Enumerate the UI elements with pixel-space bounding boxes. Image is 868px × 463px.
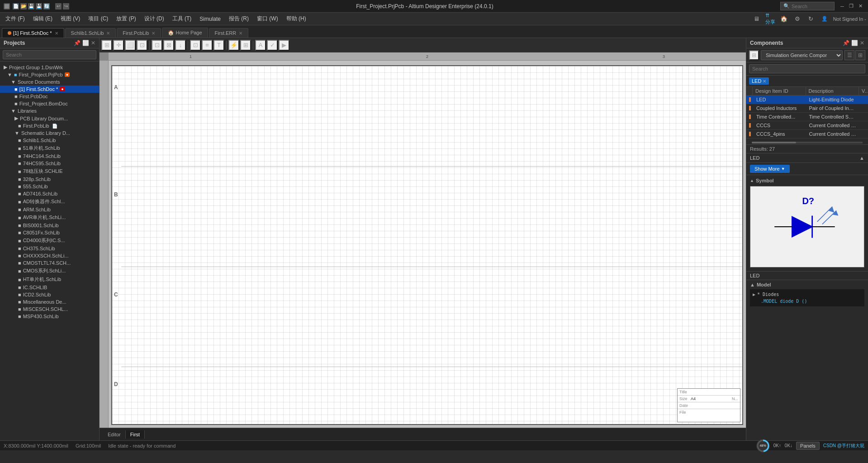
tree-libraries[interactable]: ▼ Libraries	[0, 107, 99, 115]
comp-row-cccs4[interactable]: CCCS_4pins Current Controlled C...	[746, 130, 868, 138]
tree-lib-chxxx[interactable]: ■CHXXXSCH.SchLi...	[0, 252, 99, 259]
select-rect-button[interactable]: ⬜	[125, 40, 136, 51]
monitor-icon[interactable]: 🖥	[752, 14, 762, 24]
tree-first-pcblib[interactable]: ■ First.PcbLib 📄	[0, 122, 99, 129]
tab-close-icon[interactable]: ✕	[55, 31, 58, 36]
tree-lib-misc[interactable]: ■Miscellaneous De...	[0, 298, 99, 305]
menu-design[interactable]: 设计 (D)	[141, 14, 168, 24]
tree-pcb-library[interactable]: ▶ PCB Library Docum...	[0, 115, 99, 122]
tree-lib-ch375[interactable]: ■CH375.SchLib	[0, 245, 99, 252]
icon-refresh[interactable]: 🔄	[43, 3, 50, 10]
symbol-section-header[interactable]: ▲ Symbol	[750, 177, 864, 184]
menu-view[interactable]: 视图 (V)	[57, 14, 84, 24]
menu-tools[interactable]: 工具 (T)	[169, 14, 195, 24]
tree-lib-ht[interactable]: ■HT单片机.SchLib	[0, 275, 99, 284]
model-expand-icon[interactable]: ▶	[753, 292, 755, 297]
menu-help[interactable]: 帮助 (H)	[283, 14, 310, 24]
net-button[interactable]: ⊡	[190, 40, 201, 51]
tree-lib-cmos[interactable]: ■CMOS系列.SchLi...	[0, 267, 99, 275]
icon-undo[interactable]: ↩	[55, 3, 62, 10]
tree-project-group[interactable]: ▶ Project Group 1.DsnWrk	[0, 63, 99, 71]
icon-redo[interactable]: ↪	[63, 3, 69, 10]
cross-tool-button[interactable]: ✛	[113, 40, 124, 51]
projects-search-bar[interactable]	[0, 48, 99, 62]
power-button[interactable]: ⚡	[228, 40, 239, 51]
not-signed-label[interactable]: Not Signed In -	[833, 16, 866, 22]
tree-lib-misce[interactable]: ■MISCESCH.SCHL...	[0, 305, 99, 313]
text-button[interactable]: T	[213, 40, 224, 51]
components-search-bar[interactable]	[746, 62, 868, 76]
select-mode-button[interactable]: ⊡	[137, 40, 147, 51]
tab-editor[interactable]: Editor	[103, 430, 126, 439]
tree-lib-78[interactable]: ■78稳压块.SCHLIE	[0, 167, 99, 176]
tab-first-pcblib[interactable]: First.PcbLib ✕	[117, 28, 161, 38]
tree-lib-icd2[interactable]: ■ICD2.SchLib	[0, 291, 99, 298]
panel-icon-maximize[interactable]: ⬜	[851, 40, 858, 46]
canvas-container[interactable]: 1 2 3 A B C D	[100, 53, 746, 428]
panels-button[interactable]: Panels	[796, 442, 820, 450]
grid-view-button[interactable]: ⊞	[855, 50, 865, 60]
projects-search-input[interactable]	[3, 50, 96, 59]
annotate-button[interactable]: A	[255, 40, 266, 51]
tree-lib-ic[interactable]: ■IC.SCHLIB	[0, 284, 99, 291]
comp-row-cccs[interactable]: CCCS Current Controlled C...	[746, 121, 868, 130]
tree-lib-c8051[interactable]: ■C8051Fx.SchLib	[0, 229, 99, 236]
panel-icon-close[interactable]: ✕	[860, 40, 864, 46]
tree-lib-74hc595[interactable]: ■74HC595.SchLib	[0, 160, 99, 167]
tree-lib-555[interactable]: ■555.SchLib	[0, 183, 99, 190]
tree-source-docs[interactable]: ▼ Source Documents	[0, 78, 99, 86]
tree-lib-328p[interactable]: ■328p.SchLib	[0, 176, 99, 183]
tree-lib-msp430[interactable]: ■MSP430.SchLib	[0, 313, 99, 320]
tree-schlib1[interactable]: ■Schlib1.SchLib	[0, 137, 99, 144]
show-more-button[interactable]: Show More ▼	[750, 165, 790, 173]
tree-lib-ad-converter[interactable]: ■AD转换器件.Schl...	[0, 197, 99, 206]
col-v[interactable]: V.	[859, 87, 868, 95]
title-search-bar[interactable]: 🔍	[780, 2, 835, 10]
model-item-diodes[interactable]: ▶ * Diodes	[753, 291, 862, 298]
compile-button[interactable]: ▶	[279, 40, 289, 51]
scroll-thumb[interactable]	[752, 142, 796, 143]
icon-save[interactable]: 💾	[28, 3, 34, 10]
schematic-canvas-area[interactable]: ⊞ ✛ ⬜ ⊡ ⊡ ⊠ ↓ ⊡ ≡ T ⚡ ⊞ A ✓ ▶ 1	[100, 38, 746, 440]
tree-first-schdoc[interactable]: ■ [1] First.SchDoc * ●	[0, 86, 99, 93]
panel-icon-pin[interactable]: 📌	[74, 40, 81, 46]
zoom-in-button[interactable]: ↓	[175, 40, 186, 51]
tab-first-err[interactable]: First.ERR ✕	[209, 28, 249, 38]
tab-first[interactable]: First	[126, 430, 145, 439]
close-button[interactable]: ✕	[856, 2, 864, 10]
tree-lib-avr[interactable]: ■AVR单片机.SchLi...	[0, 213, 99, 222]
component-button[interactable]: ⊞	[240, 40, 251, 51]
icon-new[interactable]: 📄	[13, 3, 19, 10]
tree-lib-ad7416[interactable]: ■AD7416.SchLib	[0, 190, 99, 197]
filter-tool-button[interactable]: ⊞	[101, 40, 112, 51]
expand-icon[interactable]: ▲	[859, 155, 864, 161]
components-search-input[interactable]	[749, 64, 865, 73]
comp-filter-button[interactable]: ⊞	[749, 50, 759, 60]
tree-lib-cd4000[interactable]: ■CD4000系列IC.S...	[0, 236, 99, 245]
comp-row-led[interactable]: LED Light-Emitting Diode	[746, 95, 868, 104]
col-design-item-id[interactable]: Design Item ID	[753, 87, 806, 95]
panel-icon-close[interactable]: ✕	[91, 40, 95, 46]
sync-icon[interactable]: ↻	[806, 14, 816, 24]
panel-icon-pin[interactable]: 📌	[843, 40, 849, 46]
library-selector[interactable]: Simulation Generic Compor	[761, 50, 843, 60]
tree-lib-74hc164[interactable]: ■74HC164.SchLib	[0, 153, 99, 160]
menu-project[interactable]: 项目 (C)	[85, 14, 112, 24]
col-description[interactable]: Description	[806, 87, 859, 95]
filter-tag-remove[interactable]: ✕	[763, 79, 766, 84]
menu-file[interactable]: 文件 (F)	[2, 14, 28, 24]
model-section-header[interactable]: ▲ Model	[750, 282, 864, 287]
check-button[interactable]: ✓	[267, 40, 278, 51]
icon-save-all[interactable]: 💾	[36, 3, 42, 10]
tree-lib-arm[interactable]: ■ARM.SchLib	[0, 206, 99, 213]
restore-button[interactable]: ❐	[847, 2, 855, 10]
share-button[interactable]: ⇈ 分享	[765, 14, 775, 24]
canvas-background[interactable]: A B C D Title Size	[109, 61, 746, 428]
zoom-fit-button[interactable]: ⊡	[152, 40, 162, 51]
tab-first-schdoc[interactable]: [1] First.SchDoc * ✕	[2, 28, 64, 38]
list-view-button[interactable]: ☰	[844, 50, 854, 60]
tree-schematic-library[interactable]: ▼ Schematic Library D...	[0, 129, 99, 137]
comp-row-time-controlled[interactable]: Time Controlled... Time Controlled Switc…	[746, 113, 868, 121]
menu-simulate[interactable]: Simulate	[196, 14, 224, 24]
zoom-area-button[interactable]: ⊠	[163, 40, 174, 51]
